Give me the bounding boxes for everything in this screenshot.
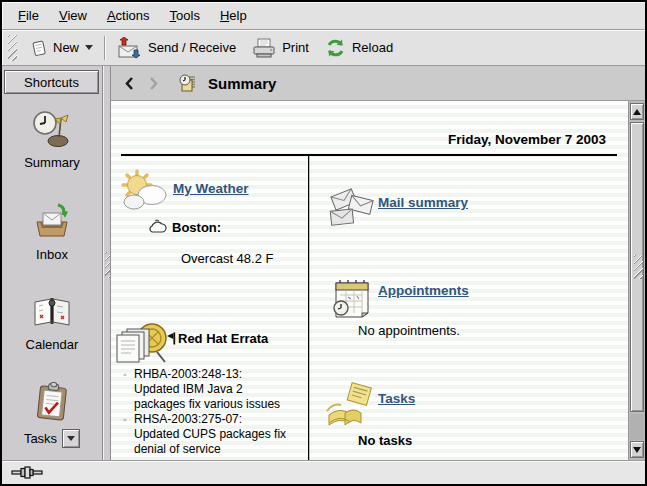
- print-button[interactable]: Print: [244, 34, 317, 62]
- weather-conditions: Overcast 48.2 F: [181, 251, 273, 266]
- appointments-link[interactable]: Appointments: [378, 283, 469, 298]
- scroll-down-button[interactable]: [630, 441, 644, 458]
- flag-icon: [167, 332, 176, 345]
- forward-button[interactable]: [146, 74, 162, 92]
- view-title: Summary: [208, 75, 276, 92]
- summary-view-icon: [177, 74, 197, 93]
- menu-file[interactable]: File: [8, 4, 49, 27]
- statusbar: [2, 460, 645, 484]
- chevron-down-icon: [67, 436, 75, 441]
- sidebar-item-label: Tasks: [24, 431, 57, 446]
- menu-tools[interactable]: Tools: [160, 4, 210, 27]
- triangle-down-icon: [633, 447, 641, 453]
- send-receive-label: Send / Receive: [148, 40, 236, 55]
- errata-heading: Red Hat Errata: [167, 331, 268, 346]
- sidebar-item-label: Summary: [24, 155, 80, 170]
- new-dropdown-chevron-icon[interactable]: [85, 45, 93, 50]
- weather-icon: [119, 169, 171, 217]
- menu-view[interactable]: View: [49, 4, 97, 27]
- online-connector-icon[interactable]: [11, 466, 43, 479]
- reload-button[interactable]: Reload: [317, 34, 401, 62]
- print-icon: [252, 38, 276, 58]
- reload-label: Reload: [352, 40, 393, 55]
- weather-location: Boston:: [172, 220, 221, 235]
- tasks-clipboard-icon: [33, 382, 71, 422]
- sidebar-item-inbox[interactable]: Inbox: [2, 202, 102, 262]
- my-weather-link[interactable]: My Weather: [173, 181, 249, 196]
- errata-item[interactable]: RHSA-2003:275-07: Updated CUPS packages …: [123, 412, 289, 457]
- sidebar-item-label: Calendar: [26, 337, 79, 352]
- calendar-icon: [31, 294, 73, 330]
- evolution-window: File View Actions Tools Help New: [0, 0, 647, 486]
- print-label: Print: [282, 40, 309, 55]
- date-rule: [121, 154, 617, 156]
- pane-splitter[interactable]: [103, 66, 111, 460]
- new-button[interactable]: New: [22, 35, 101, 61]
- vertical-scrollbar[interactable]: [628, 101, 645, 460]
- shortcuts-group-button[interactable]: Shortcuts: [4, 70, 99, 94]
- errata-list: RHBA-2003:248-13: Updated IBM Java 2 pac…: [123, 367, 289, 457]
- current-date: Friday, November 7 2003: [448, 132, 606, 147]
- new-button-label: New: [53, 40, 79, 55]
- menu-actions[interactable]: Actions: [97, 4, 160, 27]
- tasks-section-icon: [323, 381, 377, 429]
- send-receive-button[interactable]: Send / Receive: [108, 33, 244, 63]
- small-cloud-icon: [147, 219, 167, 234]
- scroll-up-button[interactable]: [630, 103, 644, 120]
- errata-item[interactable]: RHBA-2003:248-13: Updated IBM Java 2 pac…: [123, 367, 289, 412]
- back-button[interactable]: [121, 74, 137, 92]
- scrollbar-track[interactable]: [630, 414, 644, 440]
- tasks-dropdown-button[interactable]: [62, 429, 80, 448]
- toolbar-grip[interactable]: [8, 35, 17, 61]
- reload-icon: [325, 38, 346, 58]
- sidebar-item-calendar[interactable]: Calendar: [2, 294, 102, 352]
- triangle-up-icon: [633, 109, 641, 115]
- mail-summary-icon: [327, 186, 377, 230]
- scrollbar-thumb[interactable]: [630, 122, 644, 412]
- sidebar-item-tasks[interactable]: Tasks: [2, 382, 102, 448]
- menu-help[interactable]: Help: [210, 4, 257, 27]
- errata-icon: [115, 321, 171, 371]
- summary-clock-icon: [32, 110, 72, 148]
- splitter-grip-icon: [105, 252, 110, 278]
- sidebar-item-summary[interactable]: Summary: [2, 110, 102, 170]
- menubar: File View Actions Tools Help: [2, 2, 645, 30]
- new-document-icon: [30, 39, 47, 57]
- appointments-empty-text: No appointments.: [358, 323, 460, 338]
- mail-summary-link[interactable]: Mail summary: [378, 195, 468, 210]
- view-header: Summary: [111, 66, 645, 101]
- thumb-grip-icon: [634, 255, 643, 279]
- appointments-icon: [330, 275, 374, 321]
- tasks-empty-text: No tasks: [358, 433, 412, 448]
- toolbar-separator: [104, 36, 105, 60]
- sidebar-item-label: Inbox: [36, 247, 68, 262]
- send-receive-icon: [116, 37, 142, 59]
- column-divider: [308, 156, 309, 460]
- tasks-link[interactable]: Tasks: [378, 391, 415, 406]
- toolbar: New Send / Receive: [2, 30, 645, 66]
- shortcuts-sidebar: Shortcuts Summary: [2, 66, 103, 460]
- inbox-icon: [32, 202, 72, 240]
- summary-content: Friday, November 7 2003: [111, 101, 628, 460]
